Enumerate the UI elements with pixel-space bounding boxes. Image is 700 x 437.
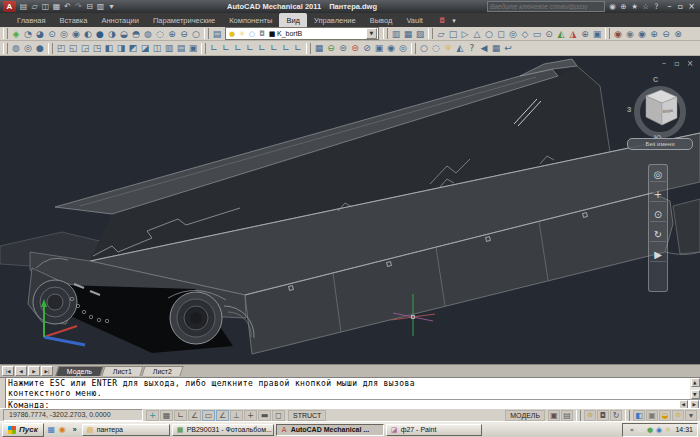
save-as-icon[interactable]: ▦ bbox=[51, 1, 62, 13]
polar-toggle[interactable]: ∠ bbox=[188, 410, 201, 421]
tray-network-icon[interactable]: ◉ bbox=[654, 424, 663, 436]
view-iso-icon[interactable]: ⊕ bbox=[166, 28, 178, 40]
grid-toggle[interactable]: ▦ bbox=[160, 410, 173, 421]
command-window-grip[interactable] bbox=[0, 378, 6, 409]
plot-preview-icon[interactable]: ▥ bbox=[95, 1, 106, 13]
view-name-pill[interactable]: Без имени bbox=[627, 138, 693, 150]
doc-minimize-button[interactable]: – bbox=[659, 58, 669, 70]
view-front-icon[interactable]: ◍ bbox=[142, 28, 154, 40]
hardware-accel-icon[interactable]: ◒ bbox=[659, 410, 671, 421]
next-tab-button[interactable]: ▶ bbox=[28, 366, 40, 376]
command-line-window[interactable]: Нажмите ESC или ENTER для выхода, либо щ… bbox=[0, 377, 700, 408]
restore-button[interactable]: ▫ bbox=[675, 1, 686, 13]
layer-isolate-icon[interactable]: ▦ bbox=[402, 28, 414, 40]
lights-icon[interactable]: ⊖ bbox=[325, 42, 337, 54]
first-tab-button[interactable]: |◀ bbox=[2, 366, 14, 376]
sheet-view-icon[interactable]: ▤ bbox=[175, 42, 187, 54]
view-box-2-icon[interactable]: ◱ bbox=[67, 42, 79, 54]
status-menu-arrow-icon[interactable]: ▾ bbox=[685, 410, 697, 421]
face-top-icon[interactable]: ◩ bbox=[127, 42, 139, 54]
triangle-icon[interactable]: △ bbox=[471, 28, 483, 40]
tab-manage[interactable]: Управление bbox=[307, 13, 363, 27]
tab-output[interactable]: Вывод bbox=[363, 13, 400, 27]
line-icon[interactable]: ▱ bbox=[435, 28, 447, 40]
scroll-up-icon[interactable]: ▲ bbox=[691, 378, 700, 387]
print-icon[interactable]: ⊟ bbox=[84, 1, 95, 13]
save-view-icon[interactable]: ▦ bbox=[490, 42, 502, 54]
circle-icon[interactable]: ○ bbox=[483, 28, 495, 40]
navigation-wheel-icon[interactable]: ◎ bbox=[650, 168, 666, 182]
tray-chevron-icon[interactable]: « bbox=[627, 424, 636, 436]
rhombus-icon[interactable]: ◇ bbox=[519, 28, 531, 40]
prev-tab-button[interactable]: ◀ bbox=[15, 366, 27, 376]
zoom-previous-icon[interactable]: ◐ bbox=[82, 28, 94, 40]
showmotion-icon[interactable]: ▶ bbox=[650, 248, 666, 262]
new-file-icon[interactable]: ▤ bbox=[18, 1, 29, 13]
view-side-icon[interactable]: ◌ bbox=[154, 28, 166, 40]
sphere-view-icon[interactable]: ◒ bbox=[118, 28, 130, 40]
constrained-orbit-icon[interactable]: ◔ bbox=[22, 28, 34, 40]
render-region-icon[interactable]: ◉ bbox=[385, 42, 397, 54]
communication-center-icon[interactable]: ★ bbox=[629, 1, 640, 13]
folder-icon[interactable]: ▨ bbox=[86, 424, 95, 436]
favorites-icon[interactable]: ☆ bbox=[640, 1, 651, 13]
media-player-icon[interactable]: ◉ bbox=[57, 424, 68, 436]
walk-icon[interactable]: ○ bbox=[190, 28, 202, 40]
zoom-tool-icon[interactable]: ⊙ bbox=[650, 208, 666, 222]
ortho-toggle[interactable]: ∟ bbox=[174, 410, 187, 421]
annotation-auto-icon[interactable]: ◘ bbox=[597, 410, 609, 421]
sphere-red-icon[interactable]: ◉ bbox=[612, 28, 624, 40]
view-box-3-icon[interactable]: ◲ bbox=[79, 42, 91, 54]
qp-toggle[interactable]: ◻ bbox=[272, 410, 285, 421]
solid-icon[interactable]: ▭ bbox=[531, 28, 543, 40]
wireframe-style-icon[interactable]: ◍ bbox=[10, 42, 22, 54]
minimize-button[interactable]: – bbox=[664, 1, 675, 13]
mapping-icon[interactable]: ⊜ bbox=[349, 42, 361, 54]
subtract-icon[interactable]: ⊖ bbox=[660, 28, 672, 40]
wedge-left-icon[interactable]: ◭ bbox=[555, 28, 567, 40]
osnap-toggle[interactable]: ▭ bbox=[202, 410, 215, 421]
3d-orbit-icon[interactable]: ◈ bbox=[10, 28, 22, 40]
layer-lock-icon[interactable]: ◘ bbox=[257, 29, 267, 39]
photo-viewer-icon[interactable]: ▦ bbox=[176, 424, 185, 436]
tab-vault[interactable]: Vault bbox=[399, 13, 430, 27]
face-left-icon[interactable]: ◧ bbox=[103, 42, 115, 54]
playback-icon[interactable]: ◀ bbox=[478, 42, 490, 54]
workspace-switch-icon[interactable]: ◧ bbox=[633, 410, 645, 421]
tab-insert[interactable]: Вставка bbox=[53, 13, 95, 27]
sphere-gray-icon[interactable]: ◉ bbox=[624, 28, 636, 40]
paint-icon[interactable]: ◪ bbox=[390, 424, 399, 436]
doc-restore-button[interactable]: ▫ bbox=[672, 58, 682, 70]
view-top-icon[interactable]: ◓ bbox=[130, 28, 142, 40]
toolbar-lock-icon[interactable]: ▣ bbox=[646, 410, 658, 421]
struct-button[interactable]: STRUCT bbox=[288, 410, 326, 421]
model-space-button[interactable]: МОДЕЛЬ bbox=[505, 410, 545, 421]
free-orbit-icon[interactable]: ◕ bbox=[34, 28, 46, 40]
hidden-style-icon[interactable]: ◎ bbox=[22, 42, 34, 54]
app-logo[interactable]: A bbox=[3, 1, 16, 12]
layer-properties-icon[interactable]: ▤ bbox=[211, 28, 223, 40]
pan-realtime-icon[interactable]: ◑ bbox=[106, 28, 118, 40]
sphere-blue-icon[interactable]: ◉ bbox=[636, 28, 648, 40]
ucs-face-icon[interactable]: ∟ bbox=[232, 42, 244, 54]
donut-icon[interactable]: ◎ bbox=[507, 28, 519, 40]
viewcube-north-label[interactable]: С bbox=[653, 76, 658, 83]
clean-screen-icon[interactable]: ☼ bbox=[672, 410, 684, 421]
union-icon[interactable]: ⊕ bbox=[648, 28, 660, 40]
pan-hand-icon[interactable]: + bbox=[650, 188, 666, 202]
taskbar-item-paint[interactable]: ◪ ф27 - Paint bbox=[386, 424, 482, 436]
open-file-icon[interactable]: ▱ bbox=[29, 1, 40, 13]
ucs-origin-icon[interactable]: ∟ bbox=[256, 42, 268, 54]
otrack-toggle[interactable]: ∠ bbox=[216, 410, 229, 421]
help-icon[interactable]: ? bbox=[651, 1, 662, 13]
last-tab-button[interactable]: ▶| bbox=[41, 366, 53, 376]
face-right-icon[interactable]: ◨ bbox=[115, 42, 127, 54]
taskbar-item-photo-viewer[interactable]: ▦ PB290031 - Фотоальбом... bbox=[172, 424, 274, 436]
drawing-viewport[interactable]: Верх –▫× С З Ю Без имени ◎+⊙↻▶ bbox=[0, 56, 700, 364]
grid-view-icon[interactable]: ▥ bbox=[163, 42, 175, 54]
close-button[interactable]: × bbox=[686, 1, 697, 13]
realistic-style-icon[interactable]: ● bbox=[34, 42, 46, 54]
orbit-tool-icon[interactable]: ↻ bbox=[650, 228, 666, 242]
ucs-object-icon[interactable]: ∟ bbox=[244, 42, 256, 54]
search-icon[interactable]: ◉ bbox=[607, 1, 618, 13]
